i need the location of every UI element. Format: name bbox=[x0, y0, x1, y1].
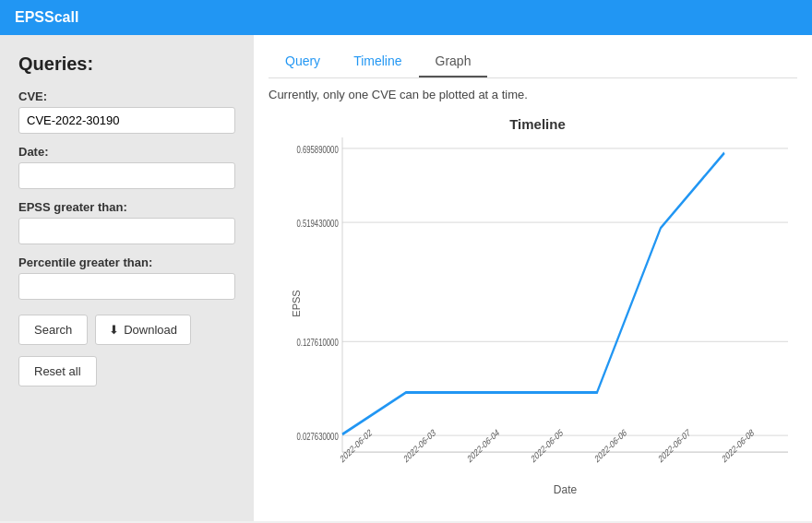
percentile-field-group: Percentile greater than: bbox=[18, 256, 235, 300]
cve-field-group: CVE: bbox=[18, 89, 235, 134]
y-axis-label: EPSS bbox=[291, 290, 302, 316]
cve-input[interactable] bbox=[18, 107, 235, 134]
tab-timeline[interactable]: Timeline bbox=[337, 46, 418, 77]
date-input[interactable] bbox=[18, 162, 235, 189]
search-button[interactable]: Search bbox=[18, 315, 88, 345]
x-axis-label: Date bbox=[554, 483, 577, 496]
app-header: EPSScall bbox=[0, 0, 812, 35]
epss-label: EPSS greater than: bbox=[18, 200, 235, 214]
download-label: Download bbox=[124, 323, 177, 337]
epss-input[interactable] bbox=[18, 218, 235, 244]
percentile-input[interactable] bbox=[18, 273, 235, 300]
tab-graph[interactable]: Graph bbox=[419, 46, 488, 77]
svg-text:0.127610000: 0.127610000 bbox=[296, 338, 338, 348]
svg-text:0.027630000: 0.027630000 bbox=[296, 432, 338, 442]
cve-label: CVE: bbox=[18, 89, 235, 103]
main-layout: Queries: CVE: Date: EPSS greater than: P… bbox=[0, 35, 812, 521]
tab-query[interactable]: Query bbox=[269, 46, 337, 77]
svg-text:2022-06-03: 2022-06-03 bbox=[402, 427, 436, 465]
chart-container: Timeline EPSS Date 0.69 bbox=[269, 107, 797, 512]
svg-text:2022-06-06: 2022-06-06 bbox=[593, 427, 627, 465]
download-icon: ⬇ bbox=[109, 323, 119, 337]
svg-text:2022-06-08: 2022-06-08 bbox=[721, 427, 755, 465]
sidebar-heading: Queries: bbox=[18, 53, 235, 75]
svg-text:2022-06-05: 2022-06-05 bbox=[530, 427, 564, 465]
chart-svg: 0.695890000 0.519430000 0.127610000 0.02… bbox=[342, 137, 788, 469]
app-title: EPSScall bbox=[15, 9, 78, 25]
chart-title: Timeline bbox=[287, 116, 788, 132]
svg-text:0.519430000: 0.519430000 bbox=[296, 219, 338, 229]
sidebar: Queries: CVE: Date: EPSS greater than: P… bbox=[0, 35, 254, 521]
date-field-group: Date: bbox=[18, 145, 235, 189]
date-label: Date: bbox=[18, 145, 235, 159]
reset-button[interactable]: Reset all bbox=[18, 356, 97, 386]
epss-field-group: EPSS greater than: bbox=[18, 200, 235, 244]
svg-text:2022-06-07: 2022-06-07 bbox=[657, 427, 691, 465]
svg-text:0.695890000: 0.695890000 bbox=[296, 145, 338, 155]
chart-area: EPSS Date 0.695890000 0.5194 bbox=[342, 137, 788, 469]
download-button[interactable]: ⬇ Download bbox=[95, 315, 191, 345]
content-area: Query Timeline Graph Currently, only one… bbox=[254, 35, 812, 521]
svg-text:2022-06-04: 2022-06-04 bbox=[466, 427, 500, 465]
tab-bar: Query Timeline Graph bbox=[269, 46, 797, 78]
notice-text: Currently, only one CVE can be plotted a… bbox=[269, 88, 797, 101]
percentile-label: Percentile greater than: bbox=[18, 256, 235, 269]
action-buttons: Search ⬇ Download bbox=[18, 315, 235, 345]
